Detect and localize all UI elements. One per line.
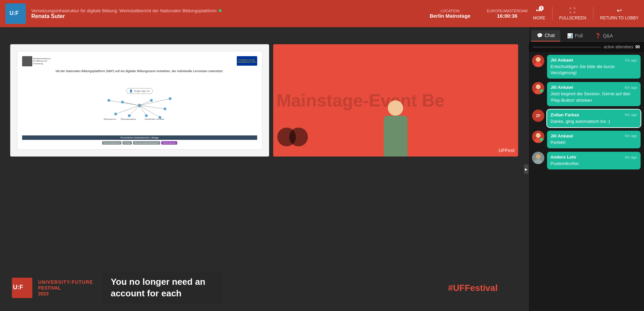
location-block: Location Berlin Mainstage	[430, 9, 470, 19]
sso-box: 👤 Single-Sign-On	[126, 88, 153, 94]
slide-title: Mit der Nationalen Bildungsplattform (NB…	[22, 69, 257, 73]
chat-time: 5m ago	[625, 134, 637, 138]
chat-time: 6m ago	[625, 113, 637, 117]
hashtag-text: #UFFestival	[448, 283, 498, 293]
svg-line-19	[139, 105, 146, 116]
slide-bottom-bar: Persönlicher Arbeitsbereich / Ablage	[22, 135, 257, 140]
gov-logo-icon	[22, 56, 32, 66]
speaker-panel: Mainstage-Event Be UFFest	[273, 44, 518, 157]
svg-line-17	[139, 100, 151, 105]
uff-logo-large: U:F UNIVERSITY:FUTURE FESTIVAL 2023	[10, 276, 93, 300]
svg-point-30	[536, 84, 541, 89]
time-block: Europe/Amsterdam 16:00:36	[487, 9, 528, 19]
more-label: MORE	[533, 16, 545, 20]
tab-chat[interactable]: 💬 Chat	[531, 30, 560, 42]
slide-diagram: 👤 Single-Sign-On	[22, 77, 257, 134]
svg-point-10	[128, 114, 131, 117]
svg-text:U:F: U:F	[10, 10, 19, 16]
svg-line-13	[139, 105, 165, 109]
svg-point-32	[540, 89, 543, 93]
slide-logo-left: Bundesministerium für Bildung und Forsch…	[22, 56, 52, 66]
list-item: Jill Ankawi 6m ago Jetzt beginnt die Ses…	[532, 82, 641, 106]
svg-line-15	[139, 105, 160, 117]
chat-name-row: Jill Ankawi 7m ago	[550, 58, 637, 63]
collapse-sidebar-button[interactable]: ▶	[524, 164, 529, 174]
chat-messages: Jill Ankawi 7m ago Entschuldigen Sie bit…	[529, 52, 644, 311]
svg-text:U:F: U:F	[13, 284, 23, 291]
network-diagram: Bildungsraum Bildungsangebot Individuell…	[102, 95, 177, 122]
attendees-label: active attendees	[604, 45, 633, 49]
header-title-area: Vernetzungsinfrastruktur für digitale Bi…	[31, 8, 424, 19]
list-item: Jill Ankawi 5m ago Perfekt!	[532, 131, 641, 148]
live-dot	[219, 9, 221, 12]
svg-text:Individueller Lernpfad: Individueller Lernpfad	[145, 118, 164, 120]
location-label: Location	[430, 9, 470, 13]
svg-point-14	[164, 108, 166, 110]
speaker-figure	[384, 100, 408, 157]
presenter-name: Renata Suter	[31, 13, 424, 19]
svg-line-7	[122, 102, 139, 105]
eu-badge: Finanziert von der Europäischen Union	[237, 56, 257, 66]
cat-elementar: Elementarbildung	[102, 141, 121, 145]
chat-time: 7m ago	[625, 58, 637, 62]
chat-name-row: Zoltan Farkas 6m ago	[550, 112, 637, 117]
avatar: ZF	[532, 110, 544, 122]
slide-content: Bundesministerium für Bildung und Forsch…	[17, 51, 262, 150]
poll-tab-label: Poll	[575, 33, 583, 38]
uff-logo-icon: U:F	[10, 276, 34, 300]
uff-watermark: UFFest	[499, 148, 515, 153]
header: U:F Vernetzungsinfrastruktur für digital…	[0, 0, 644, 27]
tab-qa[interactable]: ❓ Q&A	[590, 30, 618, 42]
chat-author: Anders Lehr	[550, 154, 577, 160]
list-item: Jill Ankawi 7m ago Entschuldigen Sie bit…	[532, 55, 641, 79]
qa-tab-label: Q&A	[603, 33, 613, 38]
chat-author: Jill Ankawi	[550, 85, 573, 90]
svg-point-34	[536, 133, 541, 138]
avatar	[532, 152, 544, 164]
fullscreen-icon: ⛶	[569, 7, 576, 14]
chat-author: Jill Ankawi	[550, 133, 573, 138]
fullscreen-label: FULLSCREEN	[559, 16, 586, 20]
cat-berufs: Berufsausbildung/Studium	[133, 141, 160, 145]
svg-point-20	[145, 114, 148, 117]
slide-header-row: Bundesministerium für Bildung und Forsch…	[22, 56, 257, 66]
speaker-body	[384, 116, 408, 157]
main-layout: Bundesministerium für Bildung und Forsch…	[0, 27, 644, 311]
svg-text:Bildungsraum: Bildungsraum	[104, 118, 116, 120]
more-button[interactable]: ••• 1 MORE	[533, 7, 545, 20]
chat-text: Entschuldigen Sie bitte die kurze Verzög…	[550, 64, 637, 76]
attendees-bar: active attendees 90	[529, 42, 644, 52]
chat-name-row: Jill Ankawi 6m ago	[550, 85, 637, 90]
chat-bubble: Jill Ankawi 7m ago Entschuldigen Sie bit…	[547, 55, 641, 79]
chat-bubble: Anders Lehr 4m ago Pustemikrofon	[547, 152, 641, 169]
qa-tab-icon: ❓	[595, 33, 601, 38]
dark-circles	[280, 128, 308, 146]
svg-point-12	[169, 97, 171, 100]
chat-time: 6m ago	[625, 85, 637, 89]
chat-text: Danke, ging automatisch los :)	[550, 118, 637, 125]
chat-tab-label: Chat	[545, 33, 555, 38]
chat-bubble: Jill Ankawi 5m ago Perfekt!	[547, 131, 641, 148]
chat-name-row: Jill Ankawi 5m ago	[550, 133, 637, 138]
subtitle-text: Vernetzungsinfrastruktur für digitale Bi…	[31, 8, 217, 13]
chat-bubble: Jill Ankawi 6m ago Jetzt beginnt die Ses…	[547, 82, 641, 106]
header-subtitle: Vernetzungsinfrastruktur für digitale Bi…	[31, 8, 424, 13]
fullscreen-button[interactable]: ⛶ FULLSCREEN	[559, 7, 586, 20]
uff-logo-text: UNIVERSITY:FUTURE FESTIVAL 2023	[38, 279, 93, 296]
svg-point-36	[540, 138, 543, 141]
chat-author: Zoltan Farkas	[550, 112, 579, 117]
avatar	[532, 131, 544, 143]
chat-bubble-highlighted: Zoltan Farkas 6m ago Danke, ging automat…	[547, 110, 641, 127]
avatar	[532, 82, 544, 94]
attendees-count: 90	[635, 45, 640, 49]
return-lobby-button[interactable]: ↩ RETURN TO LOBBY	[600, 7, 639, 20]
tab-poll[interactable]: 📊 Poll	[562, 30, 588, 42]
header-divider2	[593, 7, 593, 20]
video-area: Bundesministerium für Bildung und Forsch…	[0, 27, 528, 311]
gov-logo-text: Bundesministerium für Bildung und Forsch…	[33, 58, 52, 65]
svg-point-4	[108, 99, 110, 102]
sidebar-tabs: 💬 Chat 📊 Poll ❓ Q&A	[529, 27, 644, 42]
caption-box: You no longer need an account for each	[103, 272, 222, 304]
header-center: Location Berlin Mainstage Europe/Amsterd…	[430, 9, 528, 19]
return-label: RETURN TO LOBBY	[600, 16, 639, 20]
